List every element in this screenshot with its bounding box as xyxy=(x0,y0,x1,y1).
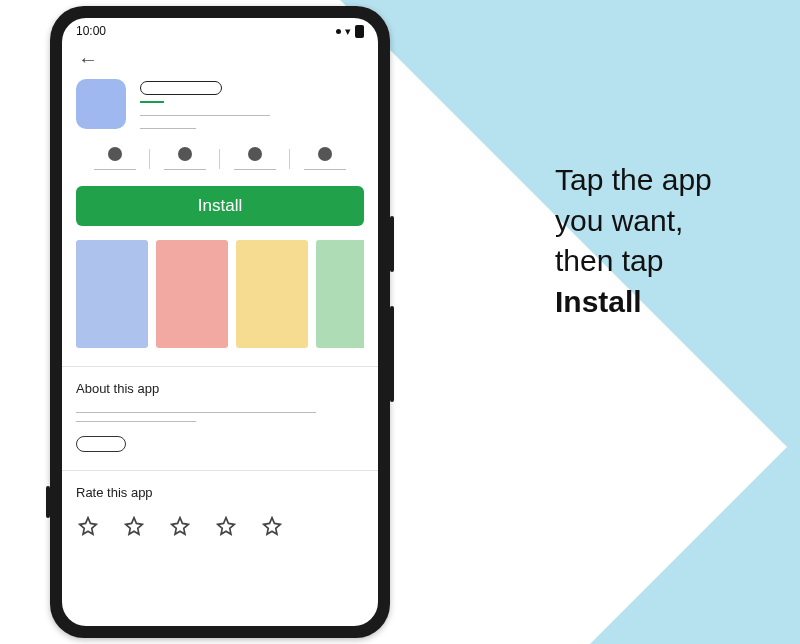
stat-item-1[interactable] xyxy=(80,147,150,170)
section-divider xyxy=(62,470,378,471)
stat-label-placeholder xyxy=(304,169,346,170)
app-header xyxy=(76,79,364,129)
phone-frame: 10:00 ▾ ← xyxy=(50,6,390,638)
rate-heading: Rate this app xyxy=(76,485,364,500)
status-bar: 10:00 ▾ xyxy=(62,18,378,42)
back-button[interactable]: ← xyxy=(78,48,364,71)
instruction-line-2: you want, xyxy=(555,204,683,237)
star-icon-3[interactable] xyxy=(170,516,190,540)
stat-dot-icon xyxy=(178,147,192,161)
stat-dot-icon xyxy=(248,147,262,161)
app-subtitle-placeholder xyxy=(140,115,270,116)
app-stats-row xyxy=(80,147,360,170)
category-chip-placeholder[interactable] xyxy=(76,436,126,452)
phone-screen: 10:00 ▾ ← xyxy=(62,18,378,626)
signal-dot-icon xyxy=(336,29,341,34)
section-divider xyxy=(62,366,378,367)
background-triangle-bottom xyxy=(590,434,800,644)
stat-label-placeholder xyxy=(94,169,136,170)
stat-dot-icon xyxy=(318,147,332,161)
app-developer-placeholder xyxy=(140,101,164,103)
screenshot-thumbnail-1[interactable] xyxy=(76,240,148,348)
stat-item-2[interactable] xyxy=(150,147,220,170)
battery-icon xyxy=(355,25,364,38)
phone-volume-button xyxy=(390,216,394,272)
screenshot-thumbnail-2[interactable] xyxy=(156,240,228,348)
screenshot-thumbnail-4[interactable] xyxy=(316,240,364,348)
stat-item-4[interactable] xyxy=(290,147,360,170)
app-icon[interactable] xyxy=(76,79,126,129)
screenshot-thumbnail-3[interactable] xyxy=(236,240,308,348)
star-icon-1[interactable] xyxy=(78,516,98,540)
stat-dot-icon xyxy=(108,147,122,161)
stat-label-placeholder xyxy=(164,169,206,170)
app-detail-page: ← Install xyxy=(62,42,378,626)
star-icon-5[interactable] xyxy=(262,516,282,540)
star-icon-4[interactable] xyxy=(216,516,236,540)
phone-power-button xyxy=(390,306,394,402)
wifi-icon: ▾ xyxy=(345,25,351,38)
stat-label-placeholder xyxy=(234,169,276,170)
stat-item-3[interactable] xyxy=(220,147,290,170)
instruction-line-1: Tap the app xyxy=(555,163,712,196)
rating-stars xyxy=(76,516,364,540)
status-time: 10:00 xyxy=(76,24,106,38)
app-title-placeholder xyxy=(140,81,222,95)
screenshot-carousel[interactable] xyxy=(76,240,364,348)
app-meta-placeholder xyxy=(140,128,196,129)
description-line-placeholder xyxy=(76,412,316,413)
description-line-placeholder xyxy=(76,421,196,422)
instruction-line-3: then tap xyxy=(555,244,663,277)
install-button[interactable]: Install xyxy=(76,186,364,226)
star-icon-2[interactable] xyxy=(124,516,144,540)
instruction-bold: Install xyxy=(555,285,642,318)
about-heading: About this app xyxy=(76,381,364,396)
app-title-block xyxy=(140,79,364,129)
instruction-text: Tap the app you want, then tap Install xyxy=(555,160,775,322)
